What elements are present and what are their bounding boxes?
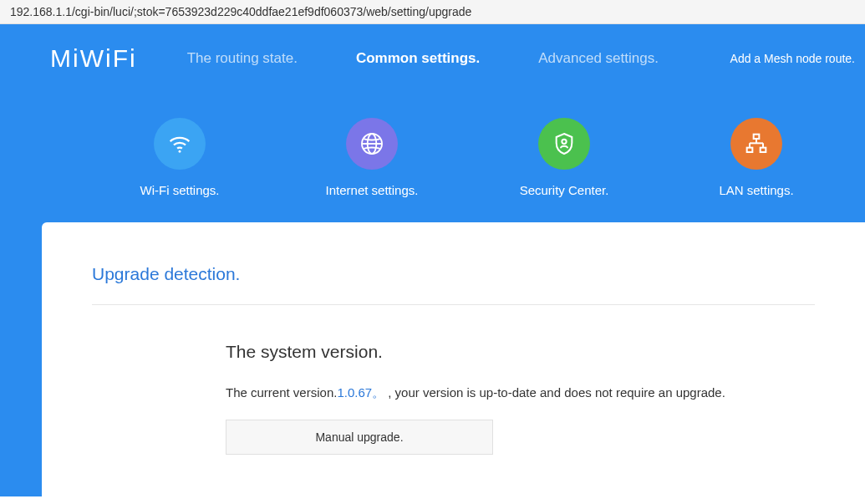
system-version-title: The system version. [226,342,815,362]
version-number: 1.0.67。 [337,385,384,400]
svg-rect-5 [754,135,760,139]
sub-internet[interactable]: Internet settings. [276,118,468,197]
sub-nav: Wi-Fi settings. Internet settings. [0,93,865,222]
sub-internet-label: Internet settings. [276,183,468,197]
svg-point-0 [179,150,181,153]
svg-rect-6 [747,148,753,152]
section-title: Upgrade detection. [92,264,815,305]
nav-routing[interactable]: The routing state. [187,50,298,67]
sub-state[interactable]: The st [852,118,865,197]
version-line: The current version.1.0.67。 , your versi… [226,385,815,401]
nav-common[interactable]: Common settings. [356,50,480,67]
version-suffix: , your version is up-to-date and does no… [384,385,725,400]
svg-rect-7 [761,148,766,152]
shield-icon [538,118,590,170]
nav-mesh[interactable]: Add a Mesh node route. [730,52,855,65]
sub-security[interactable]: Security Center. [468,118,660,197]
logo: MiWiFi [50,44,137,73]
sub-lan[interactable]: LAN settings. [660,118,852,197]
sub-state-label: The st [852,183,865,197]
lan-icon [730,118,782,170]
content-body: The system version. The current version.… [226,342,815,455]
content-panel: Upgrade detection. The system version. T… [42,222,865,496]
svg-point-4 [562,140,566,144]
url-bar[interactable]: 192.168.1.1/cgi-bin/luci/;stok=7653923d2… [0,0,865,24]
manual-upgrade-button[interactable]: Manual upgrade. [226,420,493,455]
nav-advanced[interactable]: Advanced settings. [538,50,659,67]
main-area: MiWiFi The routing state. Common setting… [0,24,865,496]
sub-security-label: Security Center. [468,183,660,197]
sub-wifi-label: Wi-Fi settings. [84,183,276,197]
version-prefix: The current version. [226,385,337,400]
sub-wifi[interactable]: Wi-Fi settings. [84,118,276,197]
sub-lan-label: LAN settings. [660,183,852,197]
wifi-icon [154,118,206,170]
globe-icon [346,118,398,170]
top-nav: MiWiFi The routing state. Common setting… [0,24,865,93]
